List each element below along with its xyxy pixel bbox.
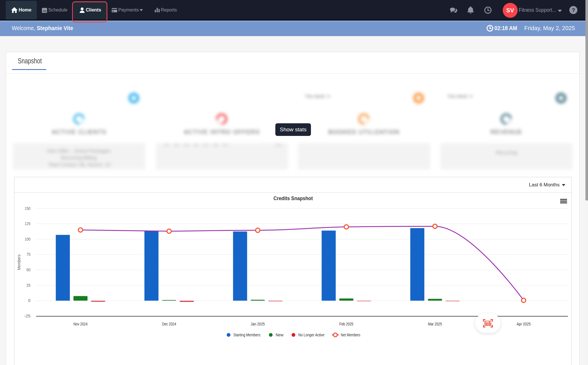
svg-text:Apr 2025: Apr 2025 [517,321,531,326]
svg-text:?: ? [572,7,575,13]
svg-text:100: 100 [25,237,30,241]
svg-text:Net Members: Net Members [341,332,360,337]
svg-text:75: 75 [26,252,30,257]
svg-text:Feb 2025: Feb 2025 [339,321,353,326]
svg-text:Starting Members: Starting Members [233,332,260,337]
svg-text:Jan 2025: Jan 2025 [251,321,265,326]
svg-text:New: New [276,332,283,337]
svg-text:Credits Snapshot: Credits Snapshot [274,196,313,201]
svg-text:Mar 2025: Mar 2025 [428,321,442,326]
svg-text:150: 150 [25,206,30,211]
svg-text:25: 25 [26,283,30,288]
svg-text:-25: -25 [24,314,30,318]
svg-text:Members: Members [17,255,21,270]
svg-text:50: 50 [26,268,30,272]
svg-text:125: 125 [25,221,30,226]
svg-text:0: 0 [28,298,30,303]
svg-text:Dec 2024: Dec 2024 [162,321,176,326]
svg-text:No Longer Active: No Longer Active [298,332,324,337]
svg-text:Nov 2024: Nov 2024 [74,321,88,326]
